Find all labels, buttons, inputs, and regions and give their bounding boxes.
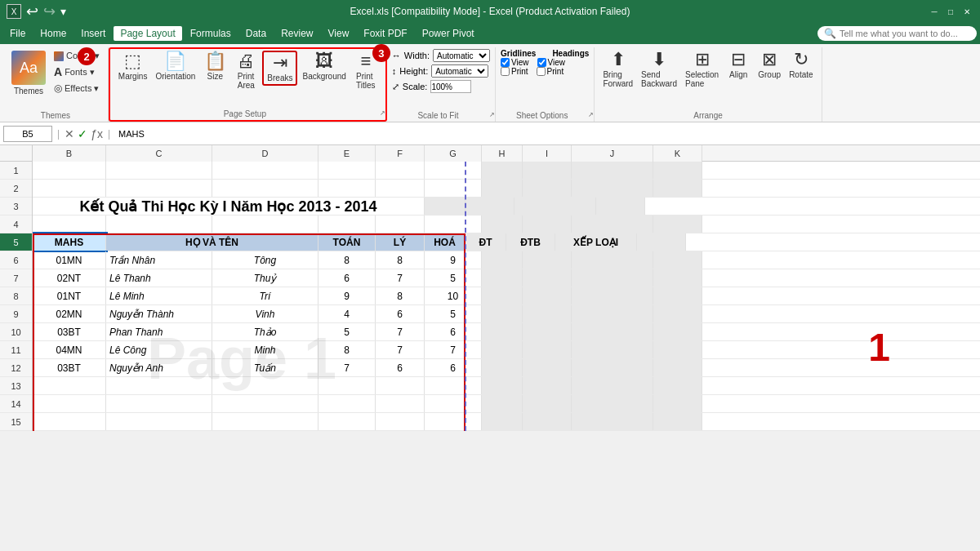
cell-H7[interactable]: [482, 269, 523, 287]
cell-D13[interactable]: [212, 377, 318, 394]
cell-J8[interactable]: [572, 287, 653, 304]
cell-G5[interactable]: HOÁ: [425, 233, 466, 251]
minimize-button[interactable]: ─: [928, 5, 941, 18]
menu-formulas[interactable]: Formulas: [184, 26, 238, 41]
cell-E4[interactable]: [318, 216, 376, 233]
col-header-C[interactable]: C: [106, 145, 212, 162]
cell-G7[interactable]: 5: [425, 269, 482, 287]
menu-insert[interactable]: Insert: [74, 26, 112, 41]
cell-C7[interactable]: Lê Thanh: [106, 269, 212, 287]
height-select[interactable]: Automatic: [431, 64, 488, 78]
cell-G13[interactable]: [425, 377, 482, 394]
cell-J14[interactable]: [572, 395, 653, 412]
col-header-F[interactable]: F: [376, 145, 425, 162]
cell-E10[interactable]: 5: [318, 323, 376, 340]
cell-K8[interactable]: [653, 287, 702, 304]
cell-C13[interactable]: [106, 377, 212, 394]
cell-G12[interactable]: 6: [425, 359, 482, 376]
cell-B10[interactable]: 03BT: [33, 323, 106, 340]
row-num-8[interactable]: 8: [0, 287, 32, 305]
row-num-10[interactable]: 10: [0, 323, 32, 341]
cell-C8[interactable]: Lê Minh: [106, 287, 212, 304]
row-num-3[interactable]: 3: [0, 198, 32, 216]
cell-F1[interactable]: [376, 162, 425, 179]
col-header-D[interactable]: D: [212, 145, 318, 162]
close-button[interactable]: ✕: [960, 5, 973, 18]
cell-I3[interactable]: [466, 198, 514, 215]
align-button[interactable]: ⊟ Align: [724, 49, 753, 81]
cell-F14[interactable]: [376, 395, 425, 412]
cell-reference-box[interactable]: [3, 126, 52, 142]
cell-F7[interactable]: 7: [376, 269, 425, 287]
themes-button[interactable]: Aa Themes: [8, 49, 49, 97]
cell-J1[interactable]: [572, 162, 653, 179]
print-area-button[interactable]: 🖨 PrintArea: [231, 51, 261, 91]
cell-K13[interactable]: [653, 377, 702, 394]
cell-D4[interactable]: [212, 216, 318, 233]
cell-K14[interactable]: [653, 395, 702, 412]
row-num-5[interactable]: 5: [0, 233, 32, 251]
cell-C15[interactable]: [106, 413, 212, 430]
cell-K9[interactable]: [653, 305, 702, 322]
cell-K12[interactable]: [653, 359, 702, 376]
cell-G14[interactable]: [425, 395, 482, 412]
cell-F15[interactable]: [376, 413, 425, 430]
cell-H6[interactable]: [482, 251, 523, 269]
row-num-13[interactable]: 13: [0, 377, 32, 395]
cell-E1[interactable]: [318, 162, 376, 179]
cell-F6[interactable]: 8: [376, 251, 425, 269]
cell-B9[interactable]: 02MN: [33, 305, 106, 322]
menu-view[interactable]: View: [322, 26, 356, 41]
cell-B7[interactable]: 02NT: [33, 269, 106, 287]
cell-B12[interactable]: 03BT: [33, 359, 106, 376]
cell-K6[interactable]: [653, 251, 702, 269]
cell-I13[interactable]: [523, 377, 572, 394]
cell-H8[interactable]: [482, 287, 523, 304]
menu-data[interactable]: Data: [239, 26, 273, 41]
insert-function-icon[interactable]: ƒx: [91, 127, 103, 140]
cell-J13[interactable]: [572, 377, 653, 394]
quick-access-dropdown[interactable]: ▾: [60, 5, 66, 18]
print-titles-button[interactable]: ≡ PrintTitles: [351, 51, 381, 91]
fonts-button[interactable]: A Fonts ▾: [51, 64, 103, 80]
cell-D2[interactable]: [212, 180, 318, 197]
bring-forward-button[interactable]: ⬆ BringForward: [599, 49, 636, 90]
cell-C1[interactable]: [106, 162, 212, 179]
cell-G2[interactable]: [425, 180, 482, 197]
gridlines-view-checkbox[interactable]: [501, 58, 510, 67]
cell-D9[interactable]: Vinh: [212, 305, 318, 322]
cell-B5[interactable]: MAHS: [33, 233, 106, 251]
cell-D10[interactable]: Thảo: [212, 323, 318, 340]
group-button[interactable]: ⊠ Group: [755, 49, 784, 81]
cell-K7[interactable]: [653, 269, 702, 287]
cell-E12[interactable]: 7: [318, 359, 376, 376]
menu-page-layout[interactable]: Page Layout: [114, 26, 181, 41]
size-button[interactable]: 📋 Size: [200, 51, 229, 82]
cell-J11[interactable]: [572, 341, 653, 358]
col-header-H[interactable]: H: [482, 145, 523, 162]
cell-H15[interactable]: [482, 413, 523, 430]
cell-J10[interactable]: [572, 323, 653, 340]
cell-J4[interactable]: [572, 216, 653, 233]
cell-K5[interactable]: [637, 233, 686, 251]
cell-I7[interactable]: [523, 269, 572, 287]
cell-C14[interactable]: [106, 395, 212, 412]
cell-J6[interactable]: [572, 251, 653, 269]
rotate-button[interactable]: ↻ Rotate: [786, 49, 816, 81]
cell-F12[interactable]: 6: [376, 359, 425, 376]
confirm-formula-icon[interactable]: ✓: [78, 127, 87, 140]
cell-G15[interactable]: [425, 413, 482, 430]
cell-H9[interactable]: [482, 305, 523, 322]
headings-print-checkbox[interactable]: [537, 67, 546, 76]
background-button[interactable]: 🖼 Background: [299, 51, 349, 82]
cell-B15[interactable]: [33, 413, 106, 430]
menu-review[interactable]: Review: [274, 26, 319, 41]
row-num-4[interactable]: 4: [0, 216, 32, 233]
col-header-K[interactable]: K: [653, 145, 702, 162]
cell-D6[interactable]: Tông: [212, 251, 318, 269]
cell-K15[interactable]: [653, 413, 702, 430]
menu-file[interactable]: File: [3, 26, 32, 41]
cell-E8[interactable]: 9: [318, 287, 376, 304]
cell-B1[interactable]: [33, 162, 106, 179]
cell-H2[interactable]: [482, 180, 523, 197]
